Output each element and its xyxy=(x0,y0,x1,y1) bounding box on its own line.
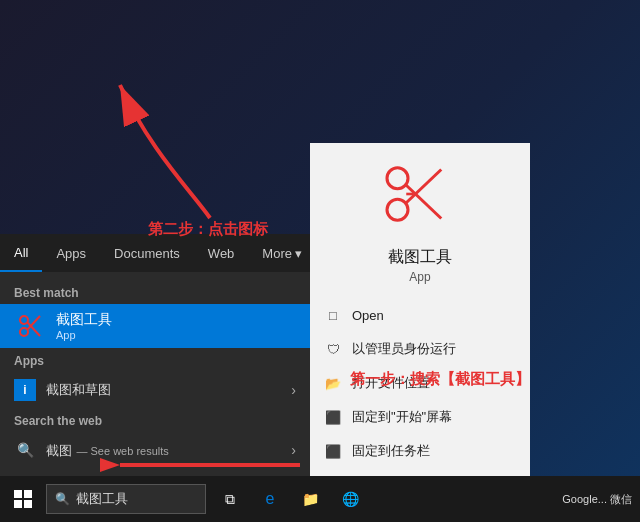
right-panel: 截图工具 App □ Open 🛡 以管理员身份运行 📂 打开文件位置 ⬛ 固定… xyxy=(310,143,530,476)
taskbar-icons: ⧉ e 📁 🌐 xyxy=(212,481,368,517)
taskbar-search-value: 截图工具 xyxy=(76,490,128,508)
globe-icon[interactable]: 🌐 xyxy=(332,481,368,517)
desktop: All Apps Documents Web More ▾ Best match xyxy=(0,0,640,522)
task-view-button[interactable]: ⧉ xyxy=(212,481,248,517)
ctx-pin-start-label: 固定到"开始"屏幕 xyxy=(352,408,452,426)
open-icon: □ xyxy=(324,306,342,324)
best-match-item[interactable]: 截图工具 App xyxy=(0,304,310,348)
pin-taskbar-icon: ⬛ xyxy=(324,442,342,460)
best-match-name: 截图工具 xyxy=(56,311,112,329)
search-icon: 🔍 xyxy=(14,439,36,461)
ctx-open[interactable]: □ Open xyxy=(310,298,530,332)
svg-line-2 xyxy=(28,316,41,330)
scissors-app-icon xyxy=(14,310,46,342)
web-search-sub: — xyxy=(76,445,90,457)
start-button[interactable] xyxy=(0,476,46,522)
ctx-pin-start[interactable]: ⬛ 固定到"开始"屏幕 xyxy=(310,400,530,434)
taskbar-search-box[interactable]: 🔍 截图工具 xyxy=(46,484,206,514)
folder-icon: 📂 xyxy=(324,374,342,392)
ctx-admin-label: 以管理员身份运行 xyxy=(352,340,456,358)
web-see-results: See web results xyxy=(91,445,169,457)
apps-item-snip[interactable]: i 截图和草图 › xyxy=(0,372,310,408)
svg-point-0 xyxy=(20,328,28,336)
ctx-pin-taskbar[interactable]: ⬛ 固定到任务栏 xyxy=(310,434,530,468)
web-search-text: 截图 xyxy=(46,443,72,458)
file-explorer-icon[interactable]: 📁 xyxy=(292,481,328,517)
step2-arrow xyxy=(90,70,250,225)
best-match-label: Best match xyxy=(0,280,310,304)
taskbar-search-icon: 🔍 xyxy=(55,492,70,506)
tab-more[interactable]: More ▾ xyxy=(248,234,316,272)
svg-point-4 xyxy=(387,199,408,220)
chevron-down-icon: ▾ xyxy=(295,246,302,261)
ctx-pin-taskbar-label: 固定到任务栏 xyxy=(352,442,430,460)
taskbar-right-text: Google... 微信 xyxy=(562,492,632,507)
apps-section-label: Apps xyxy=(0,348,310,372)
windows-logo-icon xyxy=(14,490,32,508)
best-match-section: Best match 截图工具 App Apps xyxy=(0,272,310,476)
right-panel-app-icon xyxy=(380,159,460,239)
tab-apps[interactable]: Apps xyxy=(42,234,100,272)
menu-tabs: All Apps Documents Web More ▾ xyxy=(0,234,310,272)
svg-line-3 xyxy=(28,323,41,337)
tab-documents[interactable]: Documents xyxy=(100,234,194,272)
ctx-open-location[interactable]: 📂 打开文件位置 xyxy=(310,366,530,400)
taskbar-right: Google... 微信 xyxy=(562,492,640,507)
ctx-open-label: Open xyxy=(352,308,384,323)
edge-browser-icon[interactable]: e xyxy=(252,481,288,517)
apps-item-arrow: › xyxy=(291,382,296,398)
taskbar: 🔍 截图工具 ⧉ e 📁 🌐 Google... 微信 xyxy=(0,476,640,522)
right-panel-sub: App xyxy=(409,270,430,284)
svg-line-7 xyxy=(406,185,441,218)
right-panel-title: 截图工具 xyxy=(388,247,452,268)
svg-point-1 xyxy=(20,316,28,324)
tab-all[interactable]: All xyxy=(0,234,42,272)
apps-item-icon: i xyxy=(14,379,36,401)
start-menu: All Apps Documents Web More ▾ Best match xyxy=(0,234,310,476)
tab-web[interactable]: Web xyxy=(194,234,249,272)
best-match-sub: App xyxy=(56,329,112,341)
ctx-location-label: 打开文件位置 xyxy=(352,374,430,392)
web-search-item[interactable]: 🔍 截图 — See web results › xyxy=(0,432,310,468)
web-arrow-icon: › xyxy=(291,442,296,458)
web-section-label: Search the web xyxy=(0,408,310,432)
apps-item-name: 截图和草图 xyxy=(46,381,281,399)
svg-line-6 xyxy=(406,170,441,203)
shield-icon: 🛡 xyxy=(324,340,342,358)
svg-point-5 xyxy=(387,168,408,189)
pin-start-icon: ⬛ xyxy=(324,408,342,426)
ctx-run-as-admin[interactable]: 🛡 以管理员身份运行 xyxy=(310,332,530,366)
